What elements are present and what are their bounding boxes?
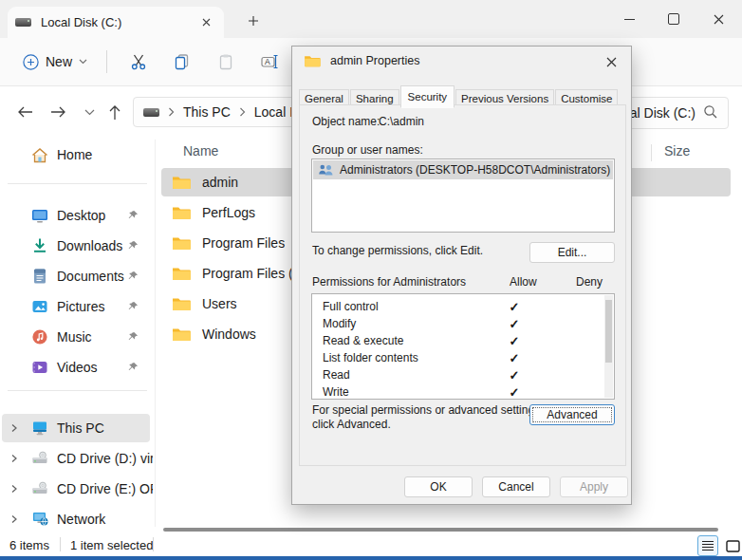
dialog-close-button[interactable]	[600, 52, 622, 71]
paste-button[interactable]	[210, 46, 242, 78]
permission-label: List folder contents	[323, 351, 418, 364]
sidebar-item-this-pc[interactable]: This PC	[2, 414, 150, 442]
allow-checkmark: ✓	[505, 385, 524, 400]
maximize-icon	[668, 13, 679, 25]
breadcrumb-this-pc[interactable]: This PC	[183, 104, 231, 120]
column-header-name[interactable]: Name	[183, 143, 218, 159]
sidebar-item-downloads[interactable]: Downloads	[2, 232, 150, 260]
sidebar: Home Desktop Downloads Documents	[0, 138, 153, 534]
plus-circle-icon	[23, 54, 39, 70]
permission-label: Full control	[323, 300, 379, 313]
ok-button[interactable]: OK	[404, 476, 473, 497]
cut-button[interactable]	[122, 46, 155, 78]
close-button[interactable]	[696, 0, 741, 38]
advanced-button[interactable]: Advanced	[529, 404, 615, 425]
cancel-button[interactable]: Cancel	[482, 476, 550, 497]
forward-button[interactable]	[43, 97, 73, 127]
sidebar-item-cd-drive-e[interactable]: CD Drive (E:) OPTIM	[2, 475, 150, 503]
sidebar-item-label: Documents	[57, 269, 124, 284]
sidebar-item-label: Home	[57, 147, 92, 162]
network-icon	[30, 510, 49, 529]
rename-icon: A	[260, 52, 280, 71]
chevron-down-icon	[84, 109, 95, 116]
scrollbar-thumb[interactable]	[605, 300, 612, 363]
advanced-hint-line1: For special permissions or advanced sett…	[312, 403, 543, 417]
allow-checkmark: ✓	[505, 334, 524, 348]
dialog-title: admin Properties	[330, 54, 420, 67]
close-icon	[714, 14, 724, 25]
chevron-right-icon[interactable]	[9, 423, 19, 433]
permissions-scrollbar[interactable]	[604, 295, 613, 398]
list-item-administrators[interactable]: Administrators (DESKTOP-H58DCOT\Administ…	[313, 160, 613, 179]
sidebar-item-label: Pictures	[57, 299, 105, 314]
new-button[interactable]: New	[15, 50, 95, 74]
pin-icon	[127, 210, 139, 221]
group-user-list[interactable]: Administrators (DESKTOP-H58DCOT\Administ…	[311, 159, 615, 233]
sidebar-item-network[interactable]: Network	[2, 505, 150, 533]
copy-button[interactable]	[166, 46, 198, 78]
sidebar-item-videos[interactable]: Videos	[2, 353, 150, 382]
apply-button[interactable]: Apply	[560, 476, 628, 497]
sidebar-item-documents[interactable]: Documents	[2, 262, 150, 290]
edit-hint: To change permissions, click Edit.	[312, 244, 483, 257]
folder-icon	[172, 266, 191, 281]
explorer-window: Local Disk (C:) New A	[0, 0, 742, 560]
chevron-right-icon[interactable]	[9, 454, 19, 463]
back-button[interactable]	[9, 97, 40, 127]
music-icon	[30, 327, 49, 346]
sidebar-item-desktop[interactable]: Desktop	[2, 201, 150, 230]
permission-row: Read ✓	[312, 366, 614, 383]
scissors-icon	[129, 52, 148, 71]
group-name: Administrators (DESKTOP-H58DCOT\Administ…	[340, 163, 610, 177]
sidebar-item-music[interactable]: Music	[2, 323, 150, 351]
rename-button[interactable]: A	[253, 46, 286, 78]
new-tab-button[interactable]	[243, 10, 264, 31]
sidebar-section-divider	[8, 183, 147, 184]
horizontal-scrollbar[interactable]	[163, 528, 718, 532]
sidebar-item-home[interactable]: Home	[2, 140, 150, 169]
deny-column-label: Deny	[576, 275, 603, 289]
new-button-label: New	[46, 54, 72, 69]
minimize-icon	[624, 19, 635, 20]
permission-row: Modify ✓	[312, 315, 614, 332]
tab-security[interactable]: Security	[400, 85, 455, 108]
sidebar-item-label: Downloads	[57, 238, 122, 253]
search-icon	[703, 104, 718, 120]
documents-icon	[30, 267, 49, 286]
minimize-button[interactable]	[607, 0, 651, 38]
tab-close-icon[interactable]	[195, 12, 216, 33]
permission-row: Write ✓	[312, 383, 614, 401]
permission-row: List folder contents ✓	[312, 349, 614, 366]
file-name: PerfLogs	[202, 205, 255, 220]
item-count: 6 items	[9, 538, 49, 552]
up-button[interactable]	[100, 97, 130, 127]
folder-icon	[172, 205, 191, 220]
sidebar-item-cd-drive-d[interactable]: CD Drive (D:) virtio-	[2, 444, 150, 473]
pin-icon	[127, 240, 139, 252]
maximize-button[interactable]	[652, 0, 696, 38]
allow-checkmark: ✓	[505, 317, 524, 331]
folder-icon	[172, 235, 191, 251]
titlebar: Local Disk (C:)	[0, 0, 742, 38]
status-bar: 6 items 1 item selected	[0, 534, 742, 556]
column-header-size[interactable]: Size	[664, 143, 690, 159]
desktop-icon	[30, 206, 49, 225]
users-group-icon	[318, 163, 334, 177]
thumbnail-view-button[interactable]	[722, 535, 742, 556]
sidebar-item-pictures[interactable]: Pictures	[2, 292, 150, 321]
edit-button[interactable]: Edit...	[529, 242, 615, 263]
window-bottom-border	[0, 556, 742, 560]
allow-checkmark: ✓	[505, 368, 524, 383]
home-icon	[30, 145, 49, 164]
details-view-button[interactable]	[697, 535, 718, 556]
sidebar-item-label: CD Drive (E:) OPTIM	[57, 481, 153, 496]
folder-icon	[172, 175, 191, 190]
permissions-list[interactable]: Full control ✓ Modify ✓ Read & execute ✓…	[311, 293, 615, 400]
drive-icon	[15, 18, 31, 27]
folder-icon	[304, 54, 321, 67]
folder-icon	[172, 327, 191, 342]
column-divider	[651, 144, 652, 161]
tab-local-disk-c[interactable]: Local Disk (C:)	[8, 7, 224, 38]
chevron-right-icon[interactable]	[9, 484, 19, 494]
chevron-right-icon[interactable]	[9, 514, 19, 524]
